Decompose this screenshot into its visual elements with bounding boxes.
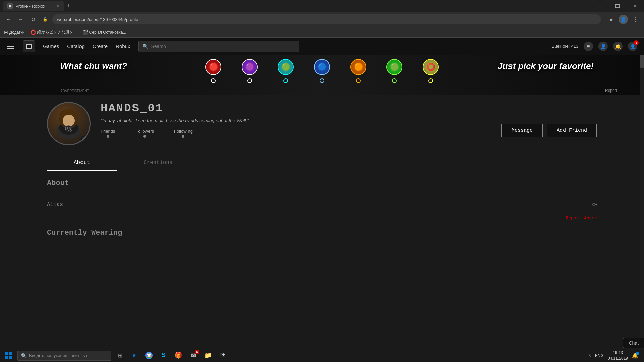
new-tab-button[interactable]: +: [64, 1, 73, 11]
about-heading: About: [47, 179, 597, 187]
mail-app-icon[interactable]: ✉ 6: [186, 349, 200, 362]
page-scrollbar[interactable]: [640, 38, 644, 349]
nav-right: Buell.ole: <13 ≡ 👤 🔔 👤 1: [552, 42, 637, 51]
avatar-status-icon: 👤: [81, 136, 88, 143]
bookmark-apps[interactable]: ⊞ Додатки: [4, 29, 25, 35]
time-display: 16:13: [608, 350, 628, 356]
profile-username: HANDS_01: [101, 102, 491, 115]
maximize-button[interactable]: 🗖: [612, 2, 623, 10]
search-icon: 🔍: [143, 44, 148, 49]
browser-tab[interactable]: 🔲 Profile - Roblox ✕: [3, 1, 64, 11]
alias-row: Alias ✏: [47, 197, 597, 213]
ad-text-right: Just pick your favorite!: [498, 61, 594, 71]
notification-bell[interactable]: 🔔 1: [632, 352, 639, 359]
lock-icon: 🔒: [40, 15, 50, 24]
minimize-button[interactable]: ─: [595, 2, 605, 10]
profile-bio: "In day, at night, I see them all. I see…: [101, 118, 491, 123]
following-stat: Following: [174, 129, 193, 138]
bookmark-serial-label: Серіал Остановка...: [89, 30, 126, 35]
taskbar-right: ∧ ENG 16:13 04.11.2019 🔔 1: [588, 350, 641, 361]
bookmark-serial[interactable]: 🎬 Серіал Остановка...: [82, 29, 126, 35]
date-display: 04.11.2019: [608, 356, 628, 361]
search-input[interactable]: [151, 44, 295, 49]
clock: 16:13 04.11.2019: [608, 350, 628, 361]
address-bar[interactable]: [52, 14, 601, 24]
ad-text-left: What chu want?: [60, 61, 127, 71]
edit-alias-icon[interactable]: ✏: [592, 201, 597, 208]
system-tray: ∧: [588, 353, 591, 358]
tab-creations[interactable]: Creations: [117, 156, 199, 171]
avatar-icon: 👤: [619, 15, 628, 24]
close-button[interactable]: ✕: [630, 2, 641, 10]
followers-dot: [143, 135, 146, 138]
taskbar-search[interactable]: 🔍 Введіть пошуковий запит тут: [17, 351, 111, 361]
nav-create[interactable]: Create: [93, 43, 108, 49]
page-content: Games Catalog Create Robux 🔍 Buell.ole: …: [0, 38, 644, 349]
forward-button[interactable]: →: [16, 15, 25, 24]
search-bar[interactable]: 🔍: [138, 41, 299, 52]
hats-row: 🔴 🟣 🟢 🔵 🟠: [205, 59, 439, 83]
friends-label: Friends: [101, 129, 115, 134]
hat-item-teal: 🟢: [278, 59, 294, 83]
nav-links: Games Catalog Create Robux: [43, 43, 130, 49]
store-app-icon[interactable]: 🛍: [216, 349, 229, 362]
list-icon[interactable]: ≡: [584, 42, 593, 51]
followers-label: Followers: [135, 129, 154, 134]
mail-badge: 6: [195, 350, 199, 354]
chat-button[interactable]: Chat: [623, 338, 644, 348]
friends-stat: Friends: [101, 129, 115, 138]
browser-frame: 🔲 Profile - Roblox ✕ + ─ 🗖 ✕ ← → ↻ 🔒 ★ 👤…: [0, 0, 644, 38]
profile-info: HANDS_01 "In day, at night, I see them a…: [101, 102, 491, 138]
nav-catalog[interactable]: Catalog: [67, 43, 85, 49]
roblox-logo: [23, 40, 35, 52]
friends-dot: [107, 135, 109, 138]
svg-point-9: [65, 125, 72, 132]
avatar-nav-icon[interactable]: 👤 1: [628, 42, 637, 51]
message-button[interactable]: Message: [501, 124, 543, 137]
browser-titlebar: 🔲 Profile - Roblox ✕ + ─ 🗖 ✕: [0, 0, 644, 12]
tab-about[interactable]: About: [47, 156, 117, 171]
browser-toolbar: ← → ↻ 🔒 ★ 👤 ⋮: [0, 12, 644, 27]
profile-top: 👤 HANDS_01 "In day, at night, I see them…: [47, 102, 597, 145]
menu-icon[interactable]: ⋮: [631, 15, 640, 24]
tab-title: Profile - Roblox: [15, 4, 45, 9]
explorer-app-icon[interactable]: 📁: [201, 349, 215, 362]
ad-report[interactable]: Report: [605, 88, 617, 93]
edge-app-icon[interactable]: e: [127, 349, 141, 362]
taskbar-search-placeholder: Введіть пошуковий запит тут: [29, 353, 87, 358]
svg-point-10: [67, 127, 68, 129]
nav-robux[interactable]: Robux: [116, 43, 130, 49]
taskbar-search-icon: 🔍: [21, 353, 27, 358]
start-button[interactable]: [3, 350, 15, 362]
refresh-button[interactable]: ↻: [28, 15, 38, 24]
toolbar-right: ★ 👤 ⋮: [606, 15, 640, 24]
gift-app-icon[interactable]: 🎁: [172, 349, 185, 362]
nav-games[interactable]: Games: [43, 43, 59, 49]
taskbar: 🔍 Введіть пошуковий запит тут ⊞ e S 🎁 ✉ …: [0, 349, 644, 362]
svg-point-8: [63, 115, 75, 127]
hat-item-red: 🔴: [205, 59, 221, 83]
notifications-icon[interactable]: 🔔: [613, 42, 623, 51]
task-view-button[interactable]: ⊞: [114, 350, 126, 362]
bookmark-apps-label: Додатки: [9, 30, 25, 35]
hamburger-menu-icon[interactable]: [7, 42, 15, 50]
more-options-icon[interactable]: ···: [582, 91, 590, 98]
windows-icon: [5, 352, 12, 359]
hat-item-purple: 🟣: [241, 59, 258, 83]
about-section: About Alias ✏ Report Abuse: [47, 179, 597, 221]
chrome-app-icon[interactable]: [142, 349, 156, 362]
close-tab-button[interactable]: ✕: [56, 3, 60, 9]
currently-wearing-section: Currently Wearing: [47, 229, 597, 237]
username-display: Buell.ole: <13: [552, 44, 578, 49]
ad-label: ADVERTISEMENT: [60, 89, 89, 93]
skype-app-icon[interactable]: S: [157, 349, 170, 362]
report-abuse[interactable]: Report Abuse: [47, 216, 597, 221]
friends-icon[interactable]: 👤: [598, 42, 608, 51]
star-icon[interactable]: ★: [606, 15, 616, 24]
hat-item-orange: 🟠: [350, 59, 366, 83]
profile-avatar: 👤: [47, 102, 91, 145]
back-button[interactable]: ←: [4, 15, 13, 24]
bookmark-japanese[interactable]: ⭕ 絶からピンチな肌を...: [30, 29, 77, 35]
add-friend-button[interactable]: Add Friend: [547, 124, 597, 137]
tab-favicon: 🔲: [7, 3, 13, 9]
